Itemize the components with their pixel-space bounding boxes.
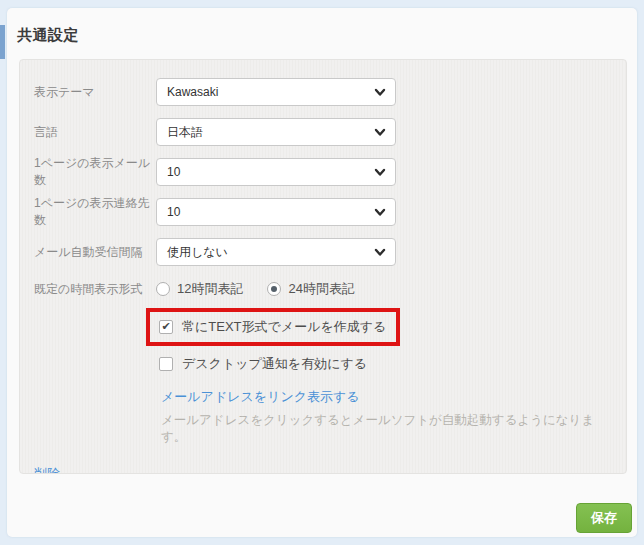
highlighted-checkbox-row-text-format[interactable]: 常にTEXT形式でメールを作成する — [146, 308, 400, 346]
form-row-theme: 表示テーマ Kawasaki — [34, 72, 612, 112]
language-select-value: 日本語 — [167, 124, 203, 141]
contacts-per-page-label: 1ページの表示連絡先数 — [34, 195, 156, 229]
auto-receive-select-value: 使用しない — [167, 244, 228, 261]
time-format-radio-group: 12時間表記 24時間表記 — [156, 280, 355, 298]
mails-per-page-select-value: 10 — [167, 165, 180, 179]
text-format-checkbox[interactable] — [159, 320, 173, 334]
mails-per-page-select[interactable]: 10 — [156, 158, 396, 186]
theme-label: 表示テーマ — [34, 84, 156, 101]
settings-panel: 表示テーマ Kawasaki 言語 日本語 1ページの表示メール数 10 — [19, 59, 627, 474]
delete-account-link[interactable]: 削除 — [34, 466, 60, 474]
mail-address-link-toggle[interactable]: メールアドレスをリンク表示する — [161, 389, 360, 404]
time-format-label: 既定の時間表示形式 — [34, 281, 156, 298]
mail-link-row: メールアドレスをリンク表示する — [161, 387, 612, 406]
left-accent-bar — [0, 25, 5, 59]
language-label: 言語 — [34, 124, 156, 141]
contacts-per-page-select[interactable]: 10 — [156, 198, 396, 226]
contacts-per-page-select-value: 10 — [167, 205, 180, 219]
text-format-checkbox-label: 常にTEXT形式でメールを作成する — [182, 318, 386, 336]
form-row-time-format: 既定の時間表示形式 12時間表記 24時間表記 — [34, 274, 612, 304]
radio-24h-label: 24時間表記 — [288, 280, 354, 298]
mail-link-description: メールアドレスをクリックするとメールソフトが自動起動するようになります。 — [161, 412, 612, 446]
form-row-auto-receive: メール自動受信間隔 使用しない — [34, 232, 612, 272]
desktop-notification-checkbox-label: デスクトップ通知を有効にする — [182, 355, 367, 373]
auto-receive-select[interactable]: 使用しない — [156, 238, 396, 266]
chevron-down-icon — [374, 246, 386, 258]
chevron-down-icon — [374, 126, 386, 138]
radio-option-24h[interactable]: 24時間表記 — [267, 280, 354, 298]
desktop-notification-checkbox[interactable] — [159, 357, 173, 371]
chevron-down-icon — [374, 166, 386, 178]
chevron-down-icon — [374, 86, 386, 98]
form-row-contacts-per-page: 1ページの表示連絡先数 10 — [34, 192, 612, 232]
auto-receive-label: メール自動受信間隔 — [34, 244, 156, 261]
checkbox-row-desktop-notification[interactable]: デスクトップ通知を有効にする — [159, 355, 612, 373]
form-row-language: 言語 日本語 — [34, 112, 612, 152]
language-select[interactable]: 日本語 — [156, 118, 396, 146]
theme-select-value: Kawasaki — [167, 85, 218, 99]
delete-section: 削除 このアカウントを削除すると、この設定や連絡先も削除されますが、実際のメール… — [34, 464, 612, 474]
page-title: 共通設定 — [17, 26, 637, 45]
theme-select[interactable]: Kawasaki — [156, 78, 396, 106]
radio-12h[interactable] — [156, 282, 170, 296]
settings-card: 共通設定 表示テーマ Kawasaki 言語 日本語 1ページの表示メール数 — [7, 8, 637, 537]
footer: 保存 — [576, 503, 632, 533]
chevron-down-icon — [374, 206, 386, 218]
mails-per-page-label: 1ページの表示メール数 — [34, 155, 156, 189]
save-button[interactable]: 保存 — [576, 503, 632, 533]
radio-12h-label: 12時間表記 — [177, 280, 243, 298]
radio-option-12h[interactable]: 12時間表記 — [156, 280, 243, 298]
radio-24h[interactable] — [267, 282, 281, 296]
form-row-mails-per-page: 1ページの表示メール数 10 — [34, 152, 612, 192]
